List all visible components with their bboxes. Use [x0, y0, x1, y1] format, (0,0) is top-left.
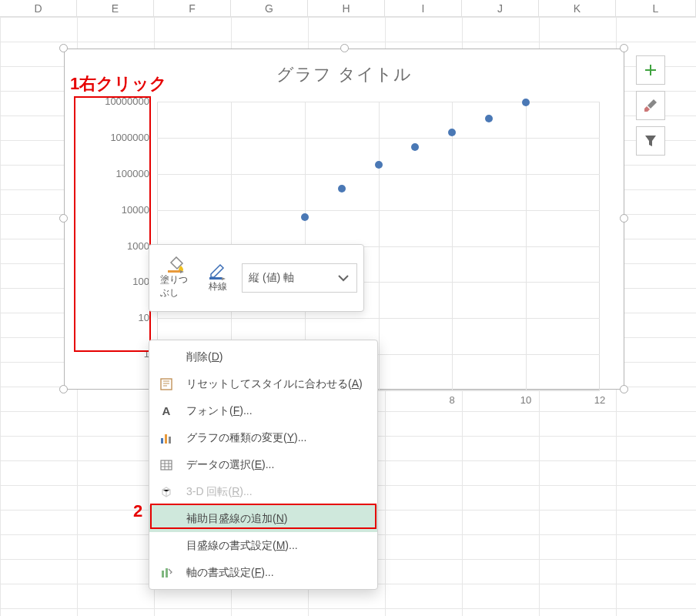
- col-header[interactable]: D: [0, 0, 77, 17]
- ctx-format-gridlines[interactable]: 目盛線の書式設定(M)...: [149, 532, 377, 559]
- svg-rect-2: [161, 379, 172, 390]
- y-axis-tick: 1000000: [80, 132, 149, 143]
- selection-handle[interactable]: [59, 44, 68, 52]
- y-axis-tick: 10000000: [80, 95, 149, 107]
- col-header[interactable]: G: [231, 0, 308, 17]
- selection-handle[interactable]: [620, 385, 628, 393]
- outline-button[interactable]: 枠線: [197, 262, 239, 295]
- y-axis-tick: 10: [80, 312, 149, 323]
- chart-styles-button[interactable]: [636, 91, 665, 120]
- data-point: [301, 213, 309, 221]
- ctx-font[interactable]: A フォント(F)...: [149, 397, 377, 424]
- selection-handle[interactable]: [620, 44, 628, 52]
- chart-filters-button[interactable]: [636, 126, 665, 156]
- selection-handle[interactable]: [59, 214, 68, 223]
- svg-rect-3: [161, 438, 163, 444]
- col-header[interactable]: F: [154, 0, 231, 17]
- selection-handle[interactable]: [620, 214, 628, 223]
- brush-icon: [643, 98, 658, 113]
- mini-toolbar: 塗りつぶし 枠線 縦 (値) 軸: [149, 244, 364, 312]
- x-axis-tick: 8: [440, 394, 463, 406]
- format-axis-icon: [157, 564, 176, 582]
- col-header[interactable]: I: [385, 0, 462, 17]
- chart-element-selector[interactable]: 縦 (値) 軸: [242, 263, 357, 293]
- annotation-label-1: 1右クリック: [70, 72, 167, 95]
- y-axis-tick: 10000: [80, 204, 149, 216]
- paint-bucket-icon: [166, 256, 186, 273]
- col-header[interactable]: K: [539, 0, 616, 17]
- table-icon: [157, 456, 176, 474]
- x-axis-tick: 12: [588, 394, 611, 406]
- fill-button[interactable]: 塗りつぶし: [156, 255, 197, 301]
- data-point: [522, 99, 530, 106]
- outline-label: 枠線: [209, 280, 227, 293]
- funnel-icon: [643, 133, 658, 149]
- data-point: [375, 161, 383, 169]
- plus-icon: [643, 62, 658, 78]
- font-icon: A: [157, 402, 176, 420]
- cube-icon: [157, 483, 176, 501]
- annotation-label-2: 2: [133, 501, 142, 521]
- y-axis-tick: 1000: [80, 240, 149, 252]
- col-header[interactable]: H: [308, 0, 385, 17]
- pen-icon: [208, 263, 228, 280]
- svg-rect-4: [165, 434, 167, 444]
- svg-rect-0: [168, 270, 180, 273]
- col-header[interactable]: L: [616, 0, 696, 17]
- y-axis-tick: 1: [80, 348, 149, 360]
- svg-rect-1: [209, 277, 222, 280]
- selection-handle[interactable]: [59, 385, 68, 393]
- y-axis-tick: 100: [80, 276, 149, 287]
- chart-object[interactable]: グラフ タイトル 10000000 1000000 100000 10000 1…: [64, 49, 624, 390]
- svg-rect-6: [161, 460, 172, 470]
- selector-value: 縦 (値) 軸: [249, 271, 294, 285]
- ctx-add-minor-gridlines[interactable]: 補助目盛線の追加(N): [149, 505, 377, 532]
- bar-chart-icon: [157, 429, 176, 447]
- reset-style-icon: [157, 375, 176, 393]
- chart-elements-button[interactable]: [636, 55, 665, 85]
- data-point: [411, 143, 419, 151]
- context-menu: 削除(D) リセットしてスタイルに合わせる(A) A フォント(F)... グラ…: [149, 340, 378, 590]
- svg-rect-7: [162, 571, 164, 578]
- svg-rect-5: [169, 437, 171, 444]
- data-point: [485, 115, 493, 122]
- ctx-format-axis[interactable]: 軸の書式設定(F)...: [149, 559, 377, 586]
- ctx-change-chart-type[interactable]: グラフの種類の変更(Y)...: [149, 424, 377, 451]
- ctx-3d-rotation: 3-D 回転(R)...: [149, 478, 377, 505]
- chevron-down-icon: [335, 270, 352, 286]
- ctx-select-data[interactable]: データの選択(E)...: [149, 451, 377, 478]
- svg-rect-8: [166, 568, 168, 578]
- col-header[interactable]: E: [77, 0, 154, 17]
- data-point: [338, 185, 346, 192]
- data-point: [448, 129, 456, 136]
- col-header[interactable]: J: [462, 0, 539, 17]
- x-axis-tick: 10: [514, 394, 537, 406]
- selection-handle[interactable]: [340, 44, 349, 52]
- y-axis-tick: 100000: [80, 168, 149, 179]
- ctx-delete[interactable]: 削除(D): [149, 343, 377, 370]
- fill-label: 塗りつぶし: [160, 273, 192, 300]
- ctx-reset-style[interactable]: リセットしてスタイルに合わせる(A): [149, 370, 377, 397]
